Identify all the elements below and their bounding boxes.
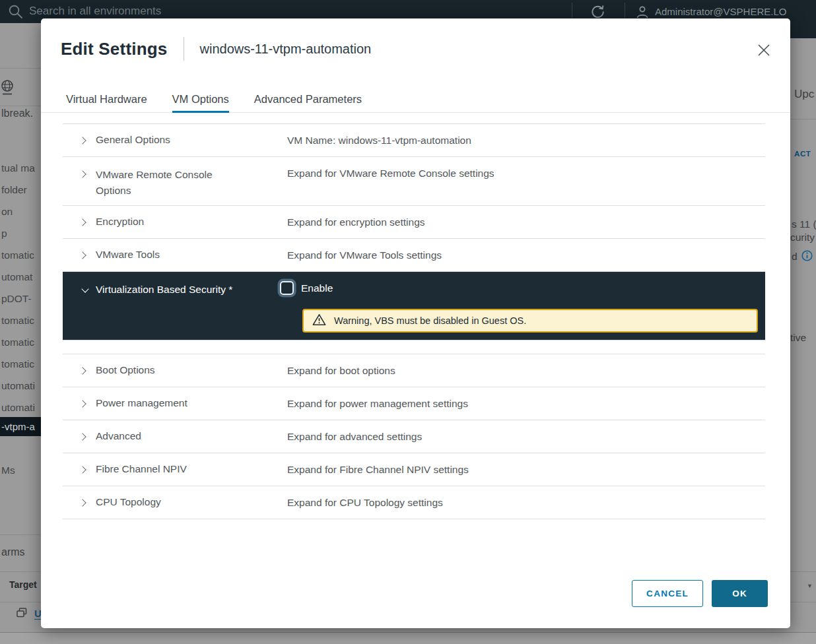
inventory-tree-item[interactable]: on [1,201,35,222]
inventory-selected-vm[interactable]: -vtpm-a [0,417,41,436]
background-text-fragment: d [792,251,798,263]
title-divider [184,37,184,61]
accordion-rows-top: General OptionsVM Name: windows-11-vtpm-… [63,124,765,272]
inventory-tree-item[interactable]: tomatic [1,309,35,331]
inventory-tree-item[interactable]: tomatic [1,244,35,266]
row-label: VMware Tools [96,247,287,263]
close-icon[interactable] [756,42,772,58]
vm-options-accordion: General OptionsVM Name: windows-11-vtpm-… [63,123,765,519]
dialog-footer: CANCEL OK [632,580,768,607]
chevron-down-icon [80,285,90,296]
bottom-strip [0,633,816,644]
vbs-enable-control: Enable [280,281,333,295]
accordion-row-vmware-remote-console-options[interactable]: VMware Remote Console OptionsExpand for … [63,157,765,206]
topbar-right-extension [789,0,816,38]
inventory-tree-item[interactable]: tomatic [1,353,35,375]
search-icon [8,4,23,22]
row-summary: Expand for power management settings [287,398,468,410]
background-actions-fragment[interactable]: ACT [794,150,811,158]
row-summary: Expand for advanced settings [287,431,422,443]
accordion-spacer [63,340,765,354]
inventory-tree-item[interactable]: utomat [1,266,35,288]
row-summary: Expand for VMware Remote Console setting… [287,167,494,180]
divider [790,119,816,119]
accordion-row-cpu-topology[interactable]: CPU TopologyExpand for CPU Topology sett… [63,486,765,519]
row-label: Encryption [96,214,287,230]
alarms-target-column-header: Target [9,579,37,590]
chevron-right-icon [77,366,88,376]
info-icon[interactable] [801,250,813,264]
cancel-button[interactable]: CANCEL [632,580,703,607]
divider [0,106,41,106]
user-menu[interactable]: Administrator@VSPHERE.LO [655,6,786,17]
row-summary: VM Name: windows-11-vtpm-automation [287,135,471,146]
inventory-tree-item[interactable]: p [1,222,35,244]
chevron-right-icon [77,217,88,228]
tab-vm-options[interactable]: VM Options [172,88,229,112]
row-summary: Expand for Fibre Channel NPIV settings [287,464,469,476]
modal-tabs: Virtual HardwareVM OptionsAdvanced Param… [41,88,790,113]
topbar-divider [625,3,625,20]
search-input[interactable]: Search in all environments [29,5,161,18]
accordion-rows-bottom: Boot OptionsExpand for boot optionsPower… [63,354,765,519]
sidebar-vms-label[interactable]: Ms [1,465,15,476]
dialog-header: Edit Settings windows-11-vtpm-automation [61,37,371,61]
chevron-right-icon [77,399,88,409]
inventory-tree-item[interactable]: folder [1,179,35,201]
filter-icon[interactable]: ▼ [807,583,813,589]
chevron-right-icon [77,169,88,179]
row-label: Fibre Channel NPIV [96,461,287,477]
edit-settings-dialog: Edit Settings windows-11-vtpm-automation… [41,18,790,628]
chevron-right-icon [77,465,88,475]
accordion-row-fibre-channel-npiv[interactable]: Fibre Channel NPIVExpand for Fibre Chann… [63,453,765,486]
accordion-row-virtualization-based-security[interactable]: Virtualization Based Security * Enable W… [63,272,765,340]
background-text-fragment: tive [790,332,806,344]
accordion-row-encryption[interactable]: EncryptionExpand for encryption settings [63,206,765,239]
vbs-enable-checkbox[interactable] [280,281,294,295]
chevron-right-icon [77,250,88,261]
vbs-warning-text: Warning, VBS must be disabled in Guest O… [334,315,526,326]
accordion-row-boot-options[interactable]: Boot OptionsExpand for boot options [63,354,765,387]
vbs-row-label: Virtualization Based Security * [96,284,232,296]
row-label: Boot Options [96,362,287,378]
inventory-tree-item[interactable]: utomati [1,375,35,397]
row-summary: Expand for encryption settings [287,216,425,228]
dialog-title: Edit Settings [61,39,168,59]
tab-virtual-hardware[interactable]: Virtual Hardware [66,88,147,112]
chevron-right-icon [77,498,88,508]
vbs-warning-banner: Warning, VBS must be disabled in Guest O… [302,309,758,333]
accordion-row-general-options[interactable]: General OptionsVM Name: windows-11-vtpm-… [63,124,765,157]
accordion-row-vmware-tools[interactable]: VMware ToolsExpand for VMware Tools sett… [63,239,765,272]
inventory-tree-item[interactable]: utomati [1,397,35,418]
row-summary: Expand for boot options [287,365,395,377]
background-text-fragment: curity [790,232,815,243]
tab-advanced-parameters[interactable]: Advanced Parameters [254,88,362,112]
inventory-tree-item[interactable]: tual ma [1,157,35,179]
warning-icon [312,313,326,329]
row-label: Advanced [96,428,287,444]
vbs-enable-label: Enable [301,282,333,294]
row-label: Power management [96,395,287,411]
row-label: VMware Remote Console Options [96,167,287,199]
chevron-right-icon [77,432,88,442]
inventory-host-label[interactable]: lbreak. [1,108,33,119]
inventory-tree-items: tual mafolderonptomaticutomatpDOT-tomati… [1,157,35,418]
background-text-fragment: s 11 ( [792,218,816,230]
alarms-panel-label: arms [1,546,25,558]
dialog-vm-name: windows-11-vtpm-automation [200,42,372,57]
row-label: General Options [96,132,287,148]
topbar-divider [572,3,572,20]
inventory-tree-item[interactable]: tomatic [1,331,35,353]
background-updates-fragment: Upc [794,88,814,101]
row-summary: Expand for VMware Tools settings [287,249,442,261]
accordion-row-advanced[interactable]: AdvancedExpand for advanced settings [63,420,765,453]
row-summary: Expand for CPU Topology settings [287,497,443,509]
inventory-tree-item[interactable]: pDOT- [1,288,35,309]
row-label: CPU Topology [96,494,287,510]
accordion-row-power-management[interactable]: Power managementExpand for power managem… [63,387,765,420]
divider [0,68,41,69]
vm-icon [16,607,28,622]
ok-button[interactable]: OK [712,580,768,607]
divider [0,534,41,535]
chevron-right-icon [77,135,88,146]
